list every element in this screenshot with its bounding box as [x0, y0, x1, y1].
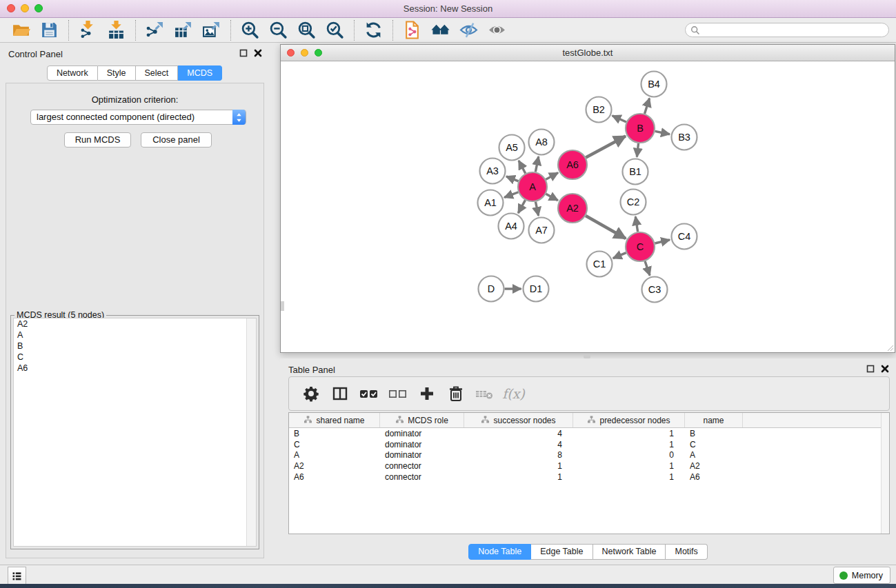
gear-button[interactable]	[299, 382, 322, 405]
table-cell[interactable]: connector	[380, 472, 464, 482]
close-window-icon[interactable]	[7, 4, 15, 12]
node-A8[interactable]: A8	[529, 130, 555, 155]
table-cell[interactable]: A	[289, 450, 380, 460]
open-session-button[interactable]	[7, 20, 35, 41]
split-table-button[interactable]	[328, 382, 351, 405]
criterion-dropdown[interactable]: largest connected component (directed)	[30, 110, 246, 125]
table-scrollbar[interactable]	[881, 413, 889, 534]
session-details-button[interactable]	[398, 20, 426, 41]
tab-select[interactable]: Select	[136, 65, 179, 81]
network-canvas[interactable]: AA1A3A4A5A7A8A6A2BB1B2B3B4CC1C2C3C4DD1	[281, 61, 895, 352]
node-A3[interactable]: A3	[480, 159, 506, 184]
node-C1[interactable]: C1	[587, 252, 613, 277]
delete-table-button[interactable]	[473, 382, 496, 405]
result-scrollbar[interactable]	[246, 318, 256, 546]
close-panel-button[interactable]: Close panel	[141, 132, 212, 148]
edge-A2-C[interactable]	[586, 216, 626, 239]
tab-network-table[interactable]: Network Table	[593, 544, 666, 560]
column-header-predecessor-nodes[interactable]: predecessor nodes	[573, 413, 685, 427]
table-row[interactable]: A2connector11A2	[289, 460, 889, 472]
home-button[interactable]	[426, 20, 455, 41]
column-header-successor-nodes[interactable]: successor nodes	[464, 413, 573, 427]
function-builder-button[interactable]: f(x)	[502, 382, 525, 405]
deselect-all-columns-button[interactable]	[386, 382, 409, 405]
table-row[interactable]: Cdominator41C	[289, 439, 889, 450]
select-all-columns-button[interactable]	[357, 382, 380, 405]
tab-style[interactable]: Style	[98, 65, 136, 81]
node-A5[interactable]: A5	[499, 135, 525, 161]
export-network-button[interactable]	[141, 20, 169, 41]
mcds-result-item[interactable]: A6	[14, 363, 256, 374]
column-header-shared-name[interactable]: shared name	[289, 413, 380, 427]
mcds-result-item[interactable]: B	[14, 341, 256, 352]
table-cell[interactable]: 8	[464, 450, 573, 460]
table-cell[interactable]: A6	[289, 472, 380, 482]
tab-node-table[interactable]: Node Table	[468, 544, 531, 560]
save-session-button[interactable]	[35, 20, 63, 41]
edge-C-C1[interactable]	[613, 253, 626, 258]
edge-B-B4[interactable]	[645, 99, 650, 114]
edge-A-A7[interactable]	[535, 202, 538, 216]
mcds-result-list[interactable]: A2ABCA6	[13, 318, 257, 547]
table-cell[interactable]: 1	[573, 472, 685, 482]
node-A4[interactable]: A4	[499, 214, 524, 239]
node-B1[interactable]: B1	[623, 159, 648, 185]
edge-A-A4[interactable]	[518, 200, 525, 213]
table-row[interactable]: Bdominator41B	[289, 428, 889, 439]
node-A7[interactable]: A7	[529, 218, 555, 243]
minimize-network-icon[interactable]	[301, 49, 308, 57]
edge-A-A5[interactable]	[519, 161, 526, 174]
table-cell[interactable]: A6	[685, 472, 743, 482]
node-C[interactable]: C	[626, 232, 655, 261]
table-cell[interactable]: 0	[573, 450, 685, 460]
edge-C-C2[interactable]	[635, 216, 637, 232]
hide-selected-button[interactable]	[455, 20, 483, 41]
task-history-button[interactable]	[8, 567, 26, 585]
canvas-side-handle[interactable]	[281, 301, 284, 311]
node-C4[interactable]: C4	[672, 224, 697, 250]
node-A2[interactable]: A2	[558, 194, 587, 223]
edge-B-B1[interactable]	[637, 143, 638, 157]
edge-A-A8[interactable]	[535, 156, 538, 172]
memory-button[interactable]: Memory	[833, 567, 890, 584]
table-cell[interactable]: 4	[464, 440, 573, 449]
zoom-fit-button[interactable]	[292, 20, 321, 41]
edge-C-C3[interactable]	[645, 261, 650, 276]
float-table-panel-icon[interactable]	[866, 365, 875, 373]
edge-A-A3[interactable]	[506, 176, 519, 181]
mcds-result-item[interactable]: A2	[14, 318, 256, 330]
node-B2[interactable]: B2	[586, 97, 612, 123]
delete-column-button[interactable]	[444, 382, 467, 405]
table-cell[interactable]: B	[289, 429, 380, 438]
column-header-MCDS-role[interactable]: MCDS role	[380, 413, 464, 427]
table-cell[interactable]: connector	[380, 461, 464, 471]
close-panel-icon[interactable]	[254, 49, 262, 57]
table-cell[interactable]: dominator	[380, 429, 464, 438]
resize-grip-icon[interactable]	[886, 343, 894, 352]
table-cell[interactable]: dominator	[380, 450, 464, 460]
tab-edge-table[interactable]: Edge Table	[531, 544, 593, 560]
table-cell[interactable]: dominator	[380, 440, 464, 449]
node-C3[interactable]: C3	[642, 277, 668, 303]
node-D1[interactable]: D1	[524, 276, 549, 302]
close-table-panel-icon[interactable]	[881, 365, 889, 373]
node-A6[interactable]: A6	[558, 150, 587, 179]
table-cell[interactable]: A2	[685, 461, 743, 471]
table-cell[interactable]: C	[289, 440, 380, 449]
refresh-button[interactable]	[359, 20, 388, 41]
table-row[interactable]: Adominator80A	[289, 450, 889, 461]
edge-A-A1[interactable]	[504, 192, 518, 198]
export-image-button[interactable]	[197, 20, 226, 41]
show-all-button[interactable]	[483, 20, 511, 41]
node-D[interactable]: D	[479, 276, 504, 302]
edge-B-B3[interactable]	[655, 131, 670, 134]
export-table-button[interactable]	[169, 20, 197, 41]
table-cell[interactable]: 1	[573, 461, 685, 471]
zoom-network-icon[interactable]	[315, 49, 322, 57]
mcds-result-item[interactable]: A	[14, 330, 256, 341]
table-cell[interactable]: A	[685, 450, 743, 460]
table-cell[interactable]: 1	[573, 429, 685, 438]
search-input[interactable]	[703, 25, 884, 36]
edge-C-C4[interactable]	[655, 240, 670, 243]
node-A[interactable]: A	[518, 172, 547, 201]
